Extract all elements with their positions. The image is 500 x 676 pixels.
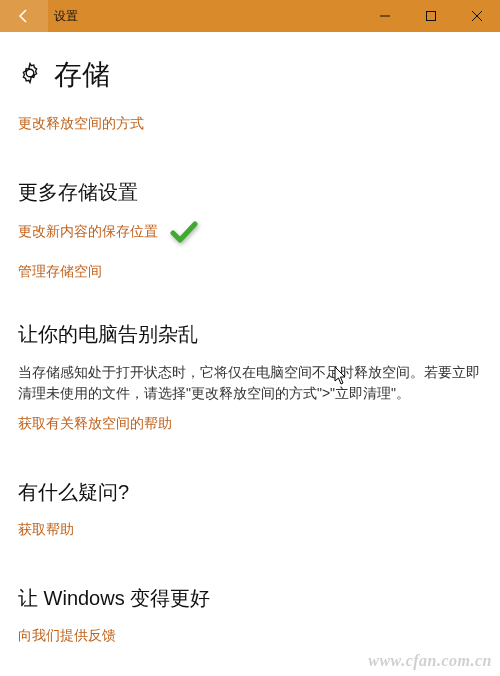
section-question: 有什么疑问? 获取帮助 [18, 479, 482, 543]
close-icon [472, 11, 482, 21]
minimize-icon [380, 11, 390, 21]
gear-icon [18, 61, 42, 89]
window-controls [362, 0, 500, 32]
window-title: 设置 [54, 8, 362, 25]
section-title-more: 更多存储设置 [18, 179, 482, 206]
content-area: 存储 更改释放空间的方式 更多存储设置 更改新内容的保存位置 管理存储空间 让你… [0, 32, 500, 649]
link-get-help[interactable]: 获取帮助 [18, 521, 74, 539]
close-button[interactable] [454, 0, 500, 32]
link-manage-storage[interactable]: 管理存储空间 [18, 263, 102, 281]
back-button[interactable] [0, 0, 48, 32]
svg-rect-1 [427, 12, 436, 21]
section-better: 让 Windows 变得更好 向我们提供反馈 [18, 585, 482, 649]
page-title: 存储 [54, 56, 110, 94]
section-title-question: 有什么疑问? [18, 479, 482, 506]
link-free-space-help[interactable]: 获取有关释放空间的帮助 [18, 415, 172, 433]
link-save-location[interactable]: 更改新内容的保存位置 [18, 223, 158, 241]
section-clutter: 让你的电脑告别杂乱 当存储感知处于打开状态时，它将仅在电脑空间不足时释放空间。若… [18, 321, 482, 437]
section-title-clutter: 让你的电脑告别杂乱 [18, 321, 482, 348]
section-title-better: 让 Windows 变得更好 [18, 585, 482, 612]
arrow-left-icon [16, 8, 32, 24]
maximize-icon [426, 11, 436, 21]
minimize-button[interactable] [362, 0, 408, 32]
link-feedback[interactable]: 向我们提供反馈 [18, 627, 116, 645]
link-row-save-location: 更改新内容的保存位置 [18, 220, 482, 248]
maximize-button[interactable] [408, 0, 454, 32]
page-header: 存储 [18, 56, 482, 94]
link-change-free-method[interactable]: 更改释放空间的方式 [18, 115, 144, 133]
section-more-storage: 更多存储设置 更改新内容的保存位置 管理存储空间 [18, 179, 482, 285]
section-body-clutter: 当存储感知处于打开状态时，它将仅在电脑空间不足时释放空间。若要立即清理未使用的文… [18, 362, 482, 404]
titlebar: 设置 [0, 0, 500, 32]
checkmark-icon [170, 220, 198, 248]
watermark: www.cfan.com.cn [368, 652, 492, 670]
